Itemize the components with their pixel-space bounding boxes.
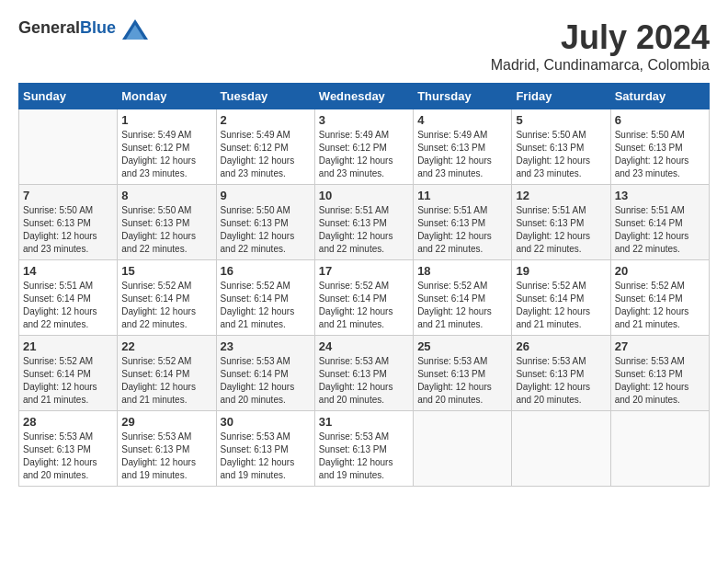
day-info: Sunrise: 5:53 AM Sunset: 6:13 PM Dayligh… xyxy=(319,355,409,407)
day-info: Sunrise: 5:50 AM Sunset: 6:13 PM Dayligh… xyxy=(221,204,311,256)
calendar-body: 1Sunrise: 5:49 AM Sunset: 6:12 PM Daylig… xyxy=(19,109,710,487)
day-info: Sunrise: 5:52 AM Sunset: 6:14 PM Dayligh… xyxy=(516,280,606,331)
calendar-cell xyxy=(610,411,709,487)
logo-icon xyxy=(122,19,148,40)
header-day-tuesday: Tuesday xyxy=(216,84,314,109)
calendar-cell: 2Sunrise: 5:49 AM Sunset: 6:12 PM Daylig… xyxy=(216,109,314,185)
day-info: Sunrise: 5:49 AM Sunset: 6:13 PM Dayligh… xyxy=(417,129,507,180)
calendar-cell: 21Sunrise: 5:52 AM Sunset: 6:14 PM Dayli… xyxy=(19,336,118,411)
day-number: 26 xyxy=(516,339,606,353)
day-number: 16 xyxy=(221,264,311,278)
calendar-cell xyxy=(512,411,610,487)
title-section: July 2024 Madrid, Cundinamarca, Colombia xyxy=(491,18,710,74)
calendar-cell: 28Sunrise: 5:53 AM Sunset: 6:13 PM Dayli… xyxy=(19,411,118,487)
calendar-cell: 29Sunrise: 5:53 AM Sunset: 6:13 PM Dayli… xyxy=(118,411,216,487)
day-info: Sunrise: 5:50 AM Sunset: 6:13 PM Dayligh… xyxy=(23,204,113,256)
day-number: 12 xyxy=(516,189,606,202)
day-number: 15 xyxy=(121,264,211,278)
day-info: Sunrise: 5:49 AM Sunset: 6:12 PM Dayligh… xyxy=(221,129,311,180)
page-header: GeneralBlue July 2024 Madrid, Cundinamar… xyxy=(18,18,710,74)
day-info: Sunrise: 5:52 AM Sunset: 6:14 PM Dayligh… xyxy=(221,280,311,331)
day-info: Sunrise: 5:53 AM Sunset: 6:13 PM Dayligh… xyxy=(417,355,507,407)
day-info: Sunrise: 5:53 AM Sunset: 6:13 PM Dayligh… xyxy=(221,431,311,482)
calendar-cell: 18Sunrise: 5:52 AM Sunset: 6:14 PM Dayli… xyxy=(414,260,512,336)
day-number: 23 xyxy=(221,339,311,353)
header-day-saturday: Saturday xyxy=(610,84,709,109)
header-day-friday: Friday xyxy=(512,84,610,109)
day-number: 22 xyxy=(121,339,211,353)
header-row: SundayMondayTuesdayWednesdayThursdayFrid… xyxy=(19,84,710,109)
calendar-cell: 20Sunrise: 5:52 AM Sunset: 6:14 PM Dayli… xyxy=(610,260,709,336)
day-info: Sunrise: 5:50 AM Sunset: 6:13 PM Dayligh… xyxy=(516,129,606,180)
calendar-cell: 22Sunrise: 5:52 AM Sunset: 6:14 PM Dayli… xyxy=(118,336,216,411)
calendar-cell: 4Sunrise: 5:49 AM Sunset: 6:13 PM Daylig… xyxy=(414,109,512,185)
day-number: 10 xyxy=(319,189,409,202)
day-info: Sunrise: 5:53 AM Sunset: 6:13 PM Dayligh… xyxy=(23,431,113,482)
calendar-cell: 24Sunrise: 5:53 AM Sunset: 6:13 PM Dayli… xyxy=(314,336,413,411)
header-day-thursday: Thursday xyxy=(414,84,512,109)
day-info: Sunrise: 5:51 AM Sunset: 6:13 PM Dayligh… xyxy=(417,204,507,256)
calendar-cell: 14Sunrise: 5:51 AM Sunset: 6:14 PM Dayli… xyxy=(19,260,118,336)
day-info: Sunrise: 5:53 AM Sunset: 6:14 PM Dayligh… xyxy=(221,355,311,407)
day-number: 18 xyxy=(417,264,507,278)
calendar-cell: 9Sunrise: 5:50 AM Sunset: 6:13 PM Daylig… xyxy=(216,185,314,260)
calendar-cell: 13Sunrise: 5:51 AM Sunset: 6:14 PM Dayli… xyxy=(610,185,709,260)
calendar-cell: 23Sunrise: 5:53 AM Sunset: 6:14 PM Dayli… xyxy=(216,336,314,411)
calendar-cell xyxy=(19,109,118,185)
day-info: Sunrise: 5:52 AM Sunset: 6:14 PM Dayligh… xyxy=(615,280,705,331)
calendar-cell: 1Sunrise: 5:49 AM Sunset: 6:12 PM Daylig… xyxy=(118,109,216,185)
day-info: Sunrise: 5:52 AM Sunset: 6:14 PM Dayligh… xyxy=(23,355,113,407)
week-row-5: 28Sunrise: 5:53 AM Sunset: 6:13 PM Dayli… xyxy=(19,411,710,487)
calendar-cell: 7Sunrise: 5:50 AM Sunset: 6:13 PM Daylig… xyxy=(19,185,118,260)
calendar-cell: 12Sunrise: 5:51 AM Sunset: 6:13 PM Dayli… xyxy=(512,185,610,260)
day-info: Sunrise: 5:53 AM Sunset: 6:13 PM Dayligh… xyxy=(516,355,606,407)
day-info: Sunrise: 5:52 AM Sunset: 6:14 PM Dayligh… xyxy=(417,280,507,331)
day-info: Sunrise: 5:52 AM Sunset: 6:14 PM Dayligh… xyxy=(121,355,211,407)
day-number: 1 xyxy=(121,113,211,127)
day-number: 7 xyxy=(23,189,113,202)
calendar-table: SundayMondayTuesdayWednesdayThursdayFrid… xyxy=(18,83,710,487)
calendar-cell: 30Sunrise: 5:53 AM Sunset: 6:13 PM Dayli… xyxy=(216,411,314,487)
day-number: 13 xyxy=(615,189,705,202)
day-info: Sunrise: 5:50 AM Sunset: 6:13 PM Dayligh… xyxy=(121,204,211,256)
week-row-2: 7Sunrise: 5:50 AM Sunset: 6:13 PM Daylig… xyxy=(19,185,710,260)
calendar-cell: 8Sunrise: 5:50 AM Sunset: 6:13 PM Daylig… xyxy=(118,185,216,260)
day-number: 25 xyxy=(417,339,507,353)
calendar-cell: 31Sunrise: 5:53 AM Sunset: 6:13 PM Dayli… xyxy=(314,411,413,487)
logo-general: General xyxy=(18,18,80,37)
day-info: Sunrise: 5:49 AM Sunset: 6:12 PM Dayligh… xyxy=(319,129,409,180)
day-number: 29 xyxy=(121,415,211,429)
day-info: Sunrise: 5:52 AM Sunset: 6:14 PM Dayligh… xyxy=(121,280,211,331)
day-info: Sunrise: 5:53 AM Sunset: 6:13 PM Dayligh… xyxy=(319,431,409,482)
day-number: 8 xyxy=(121,189,211,202)
day-info: Sunrise: 5:51 AM Sunset: 6:14 PM Dayligh… xyxy=(615,204,705,256)
week-row-4: 21Sunrise: 5:52 AM Sunset: 6:14 PM Dayli… xyxy=(19,336,710,411)
calendar-cell: 3Sunrise: 5:49 AM Sunset: 6:12 PM Daylig… xyxy=(314,109,413,185)
day-number: 9 xyxy=(221,189,311,202)
week-row-1: 1Sunrise: 5:49 AM Sunset: 6:12 PM Daylig… xyxy=(19,109,710,185)
day-number: 14 xyxy=(23,264,113,278)
calendar-cell: 17Sunrise: 5:52 AM Sunset: 6:14 PM Dayli… xyxy=(314,260,413,336)
header-day-monday: Monday xyxy=(118,84,216,109)
location: Madrid, Cundinamarca, Colombia xyxy=(491,57,710,74)
day-number: 11 xyxy=(417,189,507,202)
day-number: 19 xyxy=(516,264,606,278)
logo-blue: Blue xyxy=(80,18,116,37)
calendar-cell: 26Sunrise: 5:53 AM Sunset: 6:13 PM Dayli… xyxy=(512,336,610,411)
calendar-cell xyxy=(414,411,512,487)
calendar-cell: 16Sunrise: 5:52 AM Sunset: 6:14 PM Dayli… xyxy=(216,260,314,336)
week-row-3: 14Sunrise: 5:51 AM Sunset: 6:14 PM Dayli… xyxy=(19,260,710,336)
header-day-wednesday: Wednesday xyxy=(314,84,413,109)
day-info: Sunrise: 5:52 AM Sunset: 6:14 PM Dayligh… xyxy=(319,280,409,331)
calendar-header: SundayMondayTuesdayWednesdayThursdayFrid… xyxy=(19,84,710,109)
calendar-cell: 27Sunrise: 5:53 AM Sunset: 6:13 PM Dayli… xyxy=(610,336,709,411)
day-number: 21 xyxy=(23,339,113,353)
day-info: Sunrise: 5:53 AM Sunset: 6:13 PM Dayligh… xyxy=(615,355,705,407)
day-number: 6 xyxy=(615,113,705,127)
calendar-cell: 15Sunrise: 5:52 AM Sunset: 6:14 PM Dayli… xyxy=(118,260,216,336)
day-number: 27 xyxy=(615,339,705,353)
day-info: Sunrise: 5:53 AM Sunset: 6:13 PM Dayligh… xyxy=(121,431,211,482)
day-number: 31 xyxy=(319,415,409,429)
calendar-cell: 5Sunrise: 5:50 AM Sunset: 6:13 PM Daylig… xyxy=(512,109,610,185)
logo: GeneralBlue xyxy=(18,18,148,40)
